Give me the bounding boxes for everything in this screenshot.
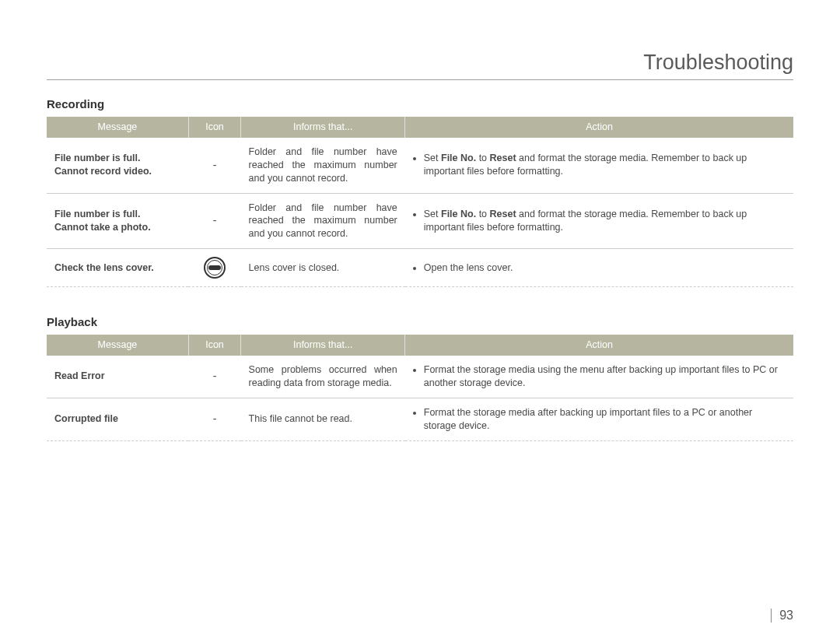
column-header-action: Action — [405, 335, 793, 356]
cell-icon — [188, 249, 240, 287]
cell-icon: - — [188, 398, 240, 440]
troubleshooting-table: MessageIconInforms that...ActionFile num… — [47, 117, 793, 287]
table-row: File number is full.Cannot record video.… — [47, 138, 793, 193]
message-line: File number is full. — [54, 208, 180, 221]
action-item: Format the storage media using the menu … — [424, 363, 786, 390]
cell-message: Corrupted file — [47, 398, 188, 440]
cell-informs: Some problems occurred when reading data… — [241, 356, 405, 398]
section-heading: Playback — [47, 315, 793, 328]
table-row: Corrupted file-This file cannot be read.… — [47, 398, 793, 440]
dash-icon: - — [213, 159, 217, 171]
cell-message: File number is full.Cannot take a photo. — [47, 193, 188, 249]
dash-icon: - — [213, 370, 217, 382]
cell-icon: - — [188, 356, 240, 398]
column-header-message: Message — [47, 335, 188, 356]
cell-action: Open the lens cover. — [405, 249, 793, 287]
cell-action: Format the storage media after backing u… — [405, 398, 793, 440]
cell-icon: - — [188, 138, 240, 193]
dash-icon: - — [213, 412, 217, 425]
cell-icon: - — [188, 193, 240, 249]
cell-action: Set File No. to Reset and format the sto… — [405, 138, 793, 193]
lens-cover-icon — [204, 257, 226, 279]
message-line: Check the lens cover. — [54, 261, 180, 275]
message-line: Cannot take a photo. — [54, 221, 180, 234]
message-line: Corrupted file — [54, 412, 180, 426]
message-line: Cannot record video. — [54, 165, 180, 178]
cell-action: Set File No. to Reset and format the sto… — [405, 193, 793, 249]
action-item: Format the storage media after backing u… — [424, 406, 786, 433]
dash-icon: - — [213, 214, 217, 226]
cell-informs: This file cannot be read. — [241, 398, 405, 440]
column-header-action: Action — [405, 117, 793, 138]
cell-action: Format the storage media using the menu … — [405, 356, 793, 398]
page-title: Troubleshooting — [47, 51, 793, 80]
page-number: 93 — [771, 609, 793, 623]
message-line: Read Error — [54, 370, 180, 383]
column-header-icon: Icon — [188, 335, 240, 356]
column-header-message: Message — [47, 117, 188, 138]
column-header-informs: Informs that... — [241, 335, 405, 356]
troubleshooting-table: MessageIconInforms that...ActionRead Err… — [47, 335, 793, 440]
cell-message: Check the lens cover. — [47, 249, 188, 287]
table-row: Check the lens cover.Lens cover is close… — [47, 249, 793, 287]
table-row: File number is full.Cannot take a photo.… — [47, 193, 793, 249]
action-item: Open the lens cover. — [424, 261, 786, 275]
column-header-icon: Icon — [188, 117, 240, 138]
section-heading: Recording — [47, 97, 793, 111]
cell-informs: Lens cover is closed. — [241, 249, 405, 287]
cell-message: File number is full.Cannot record video. — [47, 138, 188, 193]
action-item: Set File No. to Reset and format the sto… — [424, 208, 786, 234]
cell-message: Read Error — [47, 356, 188, 398]
message-line: File number is full. — [54, 152, 180, 165]
table-row: Read Error-Some problems occurred when r… — [47, 356, 793, 398]
cell-informs: Folder and file number have reached the … — [241, 193, 405, 249]
column-header-informs: Informs that... — [241, 117, 405, 138]
action-item: Set File No. to Reset and format the sto… — [424, 152, 786, 178]
cell-informs: Folder and file number have reached the … — [241, 138, 405, 193]
